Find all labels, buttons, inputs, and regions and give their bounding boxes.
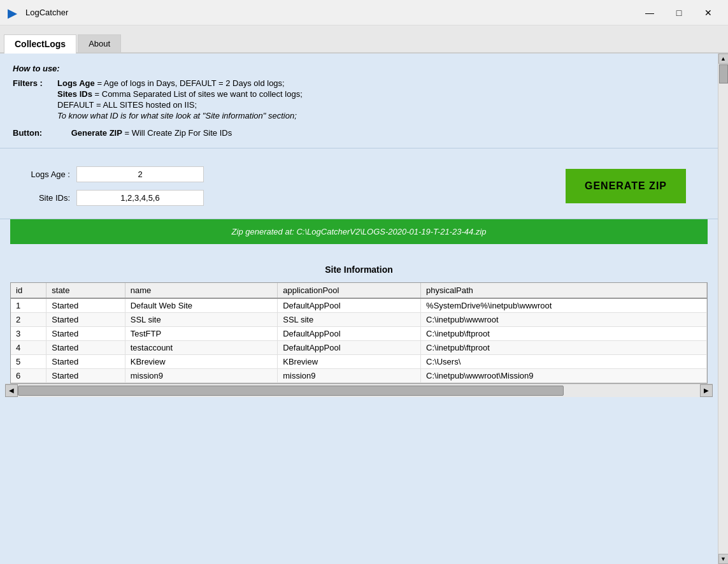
filter-line-2-text: = Comma Separated List of sites we want … — [95, 89, 303, 99]
app-title: LogCatcher — [25, 8, 68, 17]
scroll-left-button[interactable]: ◀ — [5, 384, 18, 397]
scroll-right-button[interactable]: ▶ — [700, 384, 713, 397]
col-name: name — [125, 283, 278, 298]
cell-physicalPath: %SystemDrive%\inetpub\wwwroot — [421, 298, 707, 313]
tab-about[interactable]: About — [78, 34, 121, 52]
maximize-button[interactable]: □ — [664, 3, 694, 23]
cell-state: Started — [46, 313, 125, 327]
logs-age-label: Logs Age : — [19, 170, 70, 179]
sites-ids-bold: Sites IDs — [57, 89, 92, 99]
scroll-thumb-vertical — [719, 64, 728, 83]
scroll-up-button[interactable]: ▲ — [718, 54, 729, 64]
cell-applicationPool: KBreview — [278, 355, 421, 369]
content-wrapper: How to use: Filters : Logs Age = Age of … — [0, 54, 728, 564]
button-desc-row: Button: Generate ZIP = Will Create Zip F… — [13, 128, 705, 138]
cell-physicalPath: C:\inetpub\wwwroot\Mission9 — [421, 369, 707, 383]
tab-bar: CollectLogs About — [0, 25, 728, 54]
table-row: 5StartedKBreviewKBreviewC:\Users\ — [11, 355, 707, 369]
col-physical-path: physicalPath — [421, 283, 707, 298]
cell-name: SSL site — [125, 313, 278, 327]
col-application-pool: applicationPool — [278, 283, 421, 298]
generate-zip-button[interactable]: GENERATE ZIP — [566, 169, 686, 203]
cell-id: 6 — [11, 369, 46, 383]
cell-applicationPool: DefaultAppPool — [278, 298, 421, 313]
app-icon: ▶ — [8, 6, 20, 19]
table-row: 1StartedDefault Web SiteDefaultAppPool%S… — [11, 298, 707, 313]
scroll-down-button[interactable]: ▼ — [718, 554, 729, 564]
cell-physicalPath: C:\inetpub\ftproot — [421, 327, 707, 341]
filters-content: Logs Age = Age of logs in Days, DEFAULT … — [57, 78, 705, 122]
how-to-use-section: How to use: Filters : Logs Age = Age of … — [0, 54, 718, 148]
cell-state: Started — [46, 298, 125, 313]
how-to-use-title: How to use: — [13, 64, 705, 73]
title-bar: ▶ LogCatcher — □ ✕ — [0, 0, 728, 25]
table-row: 6Startedmission9mission9C:\inetpub\wwwro… — [11, 369, 707, 383]
logs-age-row: Logs Age : 2 — [19, 166, 204, 182]
cell-applicationPool: SSL site — [278, 313, 421, 327]
cell-state: Started — [46, 369, 125, 383]
button-desc-label: Button: — [13, 128, 57, 138]
table-row: 2StartedSSL siteSSL siteC:\inetpub\wwwro… — [11, 313, 707, 327]
button-desc-text: Generate ZIP = Will Create Zip For Site … — [57, 128, 232, 138]
logs-age-bold: Logs Age — [57, 78, 95, 88]
cell-physicalPath: C:\Users\ — [421, 355, 707, 369]
cell-state: Started — [46, 341, 125, 355]
form-section: Logs Age : 2 Site IDs: 1,2,3,4,5,6 GENER… — [0, 154, 718, 219]
cell-id: 3 — [11, 327, 46, 341]
site-ids-input[interactable]: 1,2,3,4,5,6 — [76, 190, 204, 206]
cell-id: 2 — [11, 313, 46, 327]
scroll-track[interactable] — [18, 384, 700, 397]
separator-1 — [0, 148, 718, 154]
site-info-section: Site Information id state name applicati… — [0, 254, 718, 396]
window-controls: — □ ✕ — [635, 3, 723, 23]
col-state: state — [46, 283, 125, 298]
table-header-row: id state name applicationPool physicalPa… — [11, 283, 707, 298]
cell-state: Started — [46, 355, 125, 369]
filter-line-3: DEFAULT = ALL SITES hosted on IIS; — [57, 100, 705, 110]
minimize-button[interactable]: — — [635, 3, 664, 23]
cell-id: 5 — [11, 355, 46, 369]
status-wrapper: Zip generated at: C:\LogCatcherV2\LOGS-2… — [0, 219, 718, 244]
scroll-track-vertical[interactable] — [718, 64, 728, 554]
vertical-scrollbar[interactable]: ▲ ▼ — [718, 54, 728, 564]
form-fields: Logs Age : 2 Site IDs: 1,2,3,4,5,6 — [19, 166, 204, 206]
filter-line-1: Logs Age = Age of logs in Days, DEFAULT … — [57, 78, 705, 88]
content-area: How to use: Filters : Logs Age = Age of … — [0, 54, 718, 564]
title-bar-left: ▶ LogCatcher — [8, 6, 68, 19]
bottom-padding — [0, 401, 718, 412]
site-table-wrapper: id state name applicationPool physicalPa… — [10, 282, 708, 384]
cell-physicalPath: C:\inetpub\ftproot — [421, 341, 707, 355]
cell-name: TestFTP — [125, 327, 278, 341]
site-ids-label: Site IDs: — [19, 193, 70, 203]
site-info-title: Site Information — [5, 264, 713, 275]
site-table: id state name applicationPool physicalPa… — [11, 283, 707, 383]
cell-id: 1 — [11, 298, 46, 313]
cell-applicationPool: DefaultAppPool — [278, 327, 421, 341]
close-button[interactable]: ✕ — [694, 3, 723, 23]
cell-physicalPath: C:\inetpub\wwwroot — [421, 313, 707, 327]
filter-line-1-text: = Age of logs in Days, DEFAULT = 2 Days … — [97, 78, 284, 88]
cell-name: mission9 — [125, 369, 278, 383]
cell-name: Default Web Site — [125, 298, 278, 313]
filters-row: Filters : Logs Age = Age of logs in Days… — [13, 78, 705, 122]
button-desc-suffix: = Will Create Zip For Site IDs — [125, 128, 232, 138]
site-ids-row: Site IDs: 1,2,3,4,5,6 — [19, 190, 204, 206]
table-row: 4StartedtestaccountDefaultAppPoolC:\inet… — [11, 341, 707, 355]
cell-name: testaccount — [125, 341, 278, 355]
cell-name: KBreview — [125, 355, 278, 369]
scroll-thumb — [18, 386, 564, 396]
filter-line-2: Sites IDs = Comma Separated List of site… — [57, 89, 705, 99]
status-bar: Zip generated at: C:\LogCatcherV2\LOGS-2… — [10, 219, 708, 244]
filters-label: Filters : — [13, 78, 57, 88]
col-id: id — [11, 283, 46, 298]
tab-collect-logs[interactable]: CollectLogs — [4, 34, 76, 54]
logs-age-input[interactable]: 2 — [76, 166, 204, 182]
table-row: 3StartedTestFTPDefaultAppPoolC:\inetpub\… — [11, 327, 707, 341]
separator-2 — [0, 244, 718, 254]
cell-id: 4 — [11, 341, 46, 355]
main-window: CollectLogs About How to use: Filters : … — [0, 25, 728, 564]
generate-zip-bold: Generate ZIP — [71, 128, 122, 138]
cell-state: Started — [46, 327, 125, 341]
cell-applicationPool: mission9 — [278, 369, 421, 383]
horizontal-scrollbar[interactable]: ◀ ▶ — [5, 384, 713, 396]
